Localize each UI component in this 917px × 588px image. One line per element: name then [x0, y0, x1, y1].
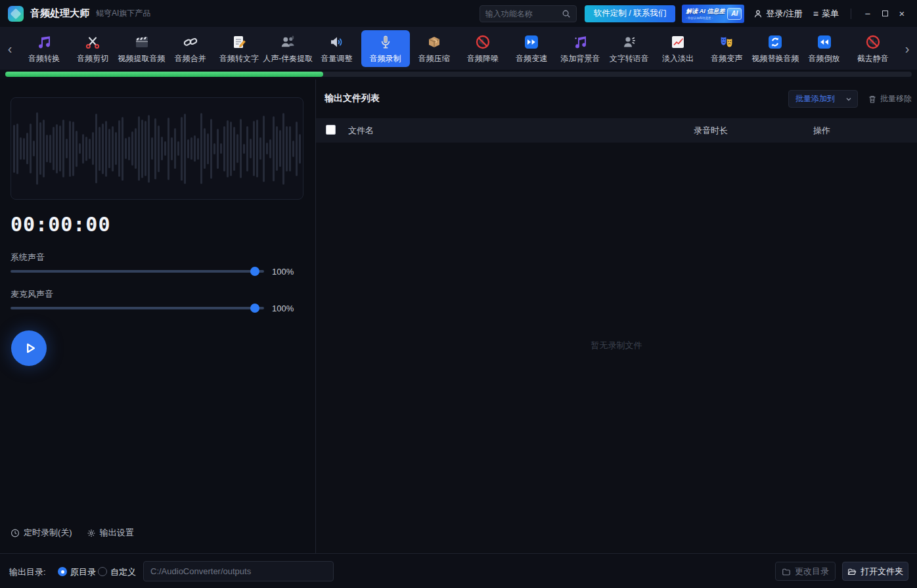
tab-voice-change[interactable]: 音频变声 — [702, 30, 751, 67]
system-volume-thumb[interactable] — [250, 267, 259, 276]
waveform-bar — [194, 135, 196, 162]
gear-icon — [87, 528, 96, 537]
maximize-button[interactable] — [876, 5, 893, 22]
search-input[interactable] — [485, 9, 562, 18]
scrollbar-track[interactable] — [5, 72, 912, 77]
batch-add-dropdown[interactable]: 批量添加到 — [788, 90, 858, 108]
scheduled-record-button[interactable]: 定时录制(关) — [11, 527, 72, 539]
waveform-bar — [20, 137, 22, 160]
search-icon[interactable] — [562, 9, 571, 18]
minimize-button[interactable]: − — [859, 5, 876, 22]
waveform-bar — [220, 143, 222, 154]
mic-volume-slider[interactable] — [11, 307, 264, 309]
close-button[interactable]: × — [893, 5, 910, 22]
empty-list-message: 暂无录制文件 — [316, 340, 917, 351]
waveform-bar — [46, 135, 48, 162]
tab-audio-speed[interactable]: 音频变速 — [507, 30, 556, 67]
tab-trim-silence[interactable]: 截去静音 — [849, 30, 897, 67]
toolbar-scroll-right-icon[interactable]: › — [897, 41, 917, 57]
waveform-bar — [299, 134, 301, 164]
folder-icon — [782, 567, 791, 576]
ai-promo-banner[interactable]: 解读 AI 信息差 - 带你认知AI信息差 - AI — [682, 5, 744, 23]
change-directory-button[interactable]: 更改目录 — [775, 562, 836, 581]
tab-audio-record[interactable]: 音频录制 — [361, 30, 410, 67]
toolbar-scroll-left-icon[interactable]: ‹ — [0, 41, 20, 57]
mic-volume-thumb[interactable] — [250, 304, 259, 313]
open-folder-button[interactable]: 打开文件夹 — [842, 562, 908, 581]
radio-custom-dir[interactable] — [98, 567, 107, 576]
waveform-bar — [296, 122, 298, 176]
waveform-bar — [135, 128, 137, 169]
waveform-bar — [227, 120, 229, 177]
tab-add-bgm[interactable]: 添加背景音 — [556, 30, 604, 67]
waveform-bar — [253, 121, 255, 176]
toolbar-scrollbar — [0, 70, 917, 79]
start-record-button[interactable] — [11, 330, 47, 366]
file-table-header: 文件名 录音时长 操作 — [316, 118, 917, 143]
scrollbar-thumb[interactable] — [5, 72, 323, 77]
login-register-button[interactable]: 登录/注册 — [753, 8, 803, 20]
tab-audio-denoise[interactable]: 音频降噪 — [458, 30, 507, 67]
tab-text-to-speech[interactable]: 文字转语音 — [605, 30, 654, 67]
microphone-icon — [377, 34, 394, 51]
file-list-title: 输出文件列表 — [324, 93, 380, 104]
waveform-bar — [158, 125, 160, 172]
waveform-bar — [95, 114, 97, 183]
tab-video-extract-audio[interactable]: 视频提取音频 — [117, 30, 166, 67]
titlebar: 音频处理大师 鲲穹AI旗下产品 软件定制 / 联系我们 解读 AI 信息差 - … — [0, 0, 917, 28]
waveform-bar — [115, 132, 117, 165]
tab-audio-convert[interactable]: 音频转换 — [20, 30, 68, 67]
tab-video-replace-audio[interactable]: 视频替换音频 — [751, 30, 799, 67]
waveform-bar — [105, 121, 107, 177]
tab-vocal-extract[interactable]: 人声-伴奏提取 — [263, 30, 312, 67]
waveform-bar — [236, 134, 238, 163]
waveform-bar — [181, 117, 183, 181]
radio-original-dir[interactable] — [58, 567, 67, 576]
tab-fade-in-out[interactable]: 淡入淡出 — [654, 30, 702, 67]
mic-volume-label: 麦克风声音 — [11, 288, 53, 300]
radio-custom-label[interactable]: 自定义 — [110, 566, 136, 578]
waveform-bar — [62, 120, 64, 177]
radio-original-label[interactable]: 原目录 — [70, 566, 96, 578]
waveform-bar — [118, 120, 120, 177]
waveform-bar — [259, 137, 261, 160]
chevron-down-icon — [845, 96, 852, 102]
waveform-bar — [207, 133, 209, 164]
waveform-bar — [223, 126, 225, 171]
system-volume-slider[interactable] — [11, 270, 264, 273]
column-actions: 操作 — [813, 125, 830, 137]
contact-us-button[interactable]: 软件定制 / 联系我们 — [585, 5, 675, 22]
tab-audio-to-text[interactable]: 音频转文字 — [215, 30, 263, 67]
music-notes-icon — [572, 34, 589, 51]
chart-icon — [669, 34, 686, 51]
waveform-bar — [292, 141, 294, 157]
link-icon — [182, 34, 199, 51]
waveform-bar — [82, 134, 84, 164]
package-icon — [426, 34, 443, 51]
clock-icon — [11, 528, 20, 537]
waveform-bar — [240, 119, 242, 178]
titlebar-separator — [851, 9, 851, 19]
app-title: 音频处理大师 — [30, 7, 89, 20]
waveform-bar — [99, 127, 101, 171]
output-path-input[interactable] — [143, 561, 334, 581]
tab-audio-reverse[interactable]: 音频倒放 — [800, 30, 849, 67]
tab-audio-compress[interactable]: 音频压缩 — [410, 30, 458, 67]
waveform-bar — [161, 137, 163, 160]
waveform-bar — [16, 124, 18, 174]
waveform-bar — [49, 135, 51, 163]
select-all-checkbox[interactable] — [326, 125, 336, 135]
output-settings-button[interactable]: 输出设置 — [87, 527, 134, 539]
tab-audio-merge[interactable]: 音频合并 — [166, 30, 215, 67]
waveform-bar — [273, 116, 275, 181]
tab-audio-cut[interactable]: 音频剪切 — [68, 30, 117, 67]
recording-timer: 00:00:00 — [11, 213, 111, 236]
waveform-bar — [36, 112, 38, 185]
batch-remove-button[interactable]: 批量移除 — [868, 93, 912, 104]
tab-volume-adjust[interactable]: 音量调整 — [312, 30, 361, 67]
waveform-bar — [33, 141, 35, 156]
waveform-bar — [168, 118, 169, 180]
waveform-bar — [286, 126, 288, 171]
menu-button[interactable]: ≡ 菜单 — [813, 8, 839, 20]
search-box[interactable] — [480, 5, 577, 22]
